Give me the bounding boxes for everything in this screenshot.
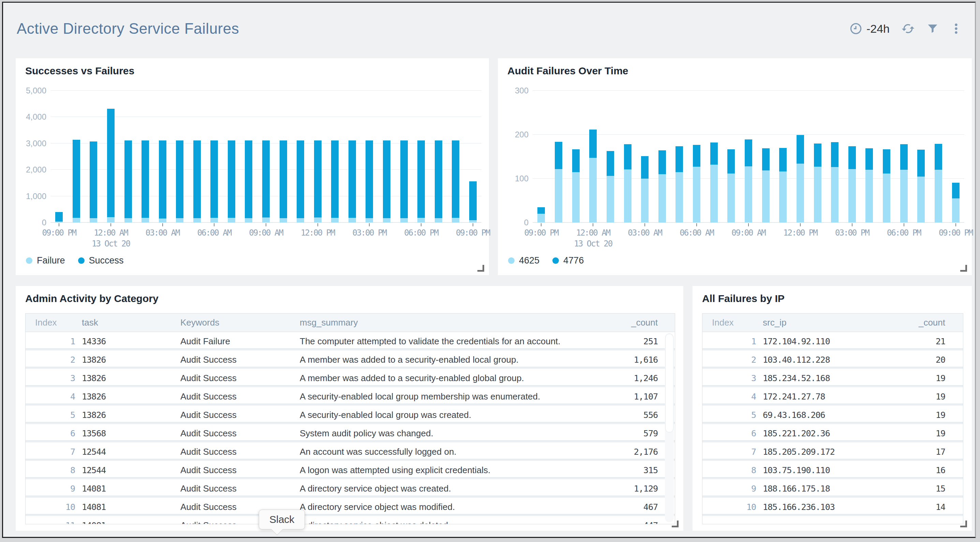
bar-05:00 AM[interactable] — [193, 140, 201, 223]
bar-segment-4625[interactable] — [900, 170, 908, 223]
bar-segment-4625[interactable] — [831, 167, 838, 223]
bar-segment-4625[interactable] — [797, 164, 804, 223]
bar-04:00 AM[interactable] — [659, 150, 666, 223]
bar-segment-Success[interactable] — [262, 140, 270, 218]
legend-item-failure[interactable]: Failure — [26, 255, 65, 266]
bar-segment-4625[interactable] — [710, 165, 718, 223]
bar-segment-Failure[interactable] — [90, 218, 97, 223]
bar-segment-Success[interactable] — [417, 140, 425, 218]
table-row[interactable]: 569.43.168.20619 — [702, 406, 963, 424]
bar-segment-4625[interactable] — [555, 169, 562, 223]
bar-segment-4625[interactable] — [779, 172, 787, 223]
bar-segment-Failure[interactable] — [366, 218, 373, 223]
bar-segment-Success[interactable] — [348, 140, 356, 218]
bar-segment-4776[interactable] — [952, 183, 959, 199]
time-range-control[interactable]: -24h — [850, 22, 889, 35]
bar-segment-4625[interactable] — [589, 158, 597, 223]
table-row[interactable]: 313826Audit SuccessA member was added to… — [25, 369, 675, 387]
bar-07:00 AM[interactable] — [228, 140, 235, 223]
bar-segment-4776[interactable] — [762, 148, 770, 170]
bar-segment-4625[interactable] — [624, 169, 632, 223]
bar-10:00 AM[interactable] — [762, 148, 770, 223]
column-header-task[interactable]: task — [82, 317, 180, 328]
bar-segment-4776[interactable] — [917, 149, 925, 176]
table-row[interactable]: 1114081Audit SuccessA directory service … — [25, 516, 675, 524]
bar-11:00 PM[interactable] — [572, 149, 580, 223]
bar-01:00 AM[interactable] — [124, 140, 132, 223]
bar-segment-Failure[interactable] — [245, 218, 252, 223]
bar-segment-Success[interactable] — [245, 140, 252, 218]
bar-segment-Success[interactable] — [331, 140, 339, 218]
bar-segment-4625[interactable] — [641, 179, 649, 223]
bar-segment-4625[interactable] — [952, 199, 959, 223]
column-header-Index[interactable]: Index — [25, 317, 82, 328]
bar-06:00 PM[interactable] — [417, 140, 425, 223]
bar-segment-Failure[interactable] — [383, 218, 390, 223]
bar-05:00 PM[interactable] — [883, 149, 890, 223]
bar-segment-4776[interactable] — [900, 144, 908, 170]
legend-item-4625[interactable]: 4625 — [508, 255, 539, 266]
bar-segment-Success[interactable] — [176, 140, 183, 218]
bar-09:00 AM[interactable] — [745, 140, 752, 223]
bar-segment-Success[interactable] — [383, 140, 390, 218]
bar-segment-4625[interactable] — [917, 176, 925, 223]
column-header-msg_summary[interactable]: msg_summary — [300, 317, 603, 328]
table-row[interactable]: 4172.241.27.7819 — [702, 387, 963, 406]
bar-segment-4776[interactable] — [538, 207, 545, 214]
bar-segment-Success[interactable] — [280, 140, 287, 218]
legend-item-4776[interactable]: 4776 — [552, 255, 584, 266]
bar-segment-4625[interactable] — [659, 174, 666, 223]
bar-segment-Failure[interactable] — [193, 218, 201, 223]
column-header-Keywords[interactable]: Keywords — [180, 317, 300, 328]
bar-segment-Success[interactable] — [452, 140, 459, 218]
bar-segment-4776[interactable] — [676, 146, 683, 172]
bar-segment-4776[interactable] — [814, 143, 821, 167]
bar-segment-4625[interactable] — [745, 166, 752, 223]
bar-segment-4776[interactable] — [641, 156, 649, 179]
bar-segment-4625[interactable] — [865, 170, 873, 223]
bar-segment-Failure[interactable] — [314, 218, 321, 223]
bar-segment-4776[interactable] — [572, 149, 580, 172]
bar-segment-4625[interactable] — [762, 170, 770, 223]
panel-resize-handle-icon[interactable] — [672, 521, 679, 527]
bar-segment-4625[interactable] — [848, 169, 856, 223]
bar-segment-Success[interactable] — [400, 140, 408, 218]
bar-04:00 PM[interactable] — [383, 140, 390, 223]
bar-06:00 AM[interactable] — [693, 145, 700, 223]
bar-11:00 PM[interactable] — [90, 141, 97, 223]
bar-05:00 AM[interactable] — [676, 146, 683, 223]
bar-segment-4776[interactable] — [589, 130, 597, 158]
bar-segment-Success[interactable] — [142, 140, 149, 218]
table-row[interactable]: 213826Audit SuccessA member was added to… — [25, 350, 675, 369]
bar-02:00 PM[interactable] — [831, 142, 838, 223]
bar-09:00 PM[interactable] — [469, 181, 477, 223]
bar-segment-4776[interactable] — [710, 143, 718, 165]
bar-segment-Failure[interactable] — [331, 218, 339, 223]
bar-segment-Success[interactable] — [210, 140, 218, 218]
bar-segment-Failure[interactable] — [107, 217, 115, 223]
bar-segment-Failure[interactable] — [176, 218, 183, 223]
table-row[interactable]: 9188.166.175.1815 — [702, 479, 963, 497]
bar-segment-4625[interactable] — [883, 173, 890, 223]
table-row[interactable]: 10185.166.236.10314 — [702, 497, 963, 516]
bar-segment-4776[interactable] — [779, 148, 787, 172]
bar-05:00 PM[interactable] — [400, 140, 408, 223]
column-header-src_ip[interactable]: src_ip — [763, 317, 901, 328]
bar-segment-Failure[interactable] — [262, 218, 270, 223]
bar-segment-4776[interactable] — [797, 135, 804, 164]
bar-segment-Failure[interactable] — [280, 218, 287, 223]
table-row[interactable]: 1014081Audit SuccessA directory service … — [25, 497, 675, 516]
bar-11:00 AM[interactable] — [779, 148, 787, 223]
bar-segment-4776[interactable] — [624, 144, 632, 169]
bar-segment-4776[interactable] — [848, 146, 856, 169]
bar-11:00 AM[interactable] — [297, 140, 304, 223]
bar-09:00 AM[interactable] — [262, 140, 270, 223]
bar-07:00 AM[interactable] — [710, 143, 718, 223]
bar-segment-4625[interactable] — [538, 214, 545, 223]
bar-segment-4776[interactable] — [883, 149, 890, 173]
bar-04:00 AM[interactable] — [176, 140, 183, 223]
bar-segment-Success[interactable] — [314, 140, 321, 217]
bar-09:00 PM[interactable] — [55, 212, 63, 223]
bar-segment-4625[interactable] — [727, 173, 735, 223]
bar-08:00 AM[interactable] — [727, 149, 735, 223]
